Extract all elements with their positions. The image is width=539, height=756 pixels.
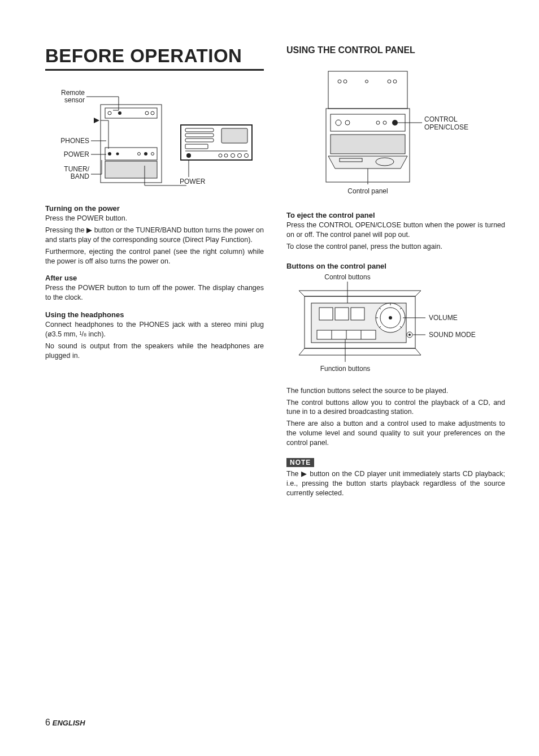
fig-label-power-left: POWER [64, 150, 90, 158]
svg-point-33 [224, 154, 228, 157]
fig-label-control-buttons: Control buttons [324, 273, 370, 281]
svg-point-18 [138, 153, 141, 155]
fig-label-function-buttons: Function buttons [320, 365, 371, 373]
svg-rect-26 [185, 133, 214, 137]
svg-marker-52 [328, 156, 407, 169]
svg-point-67 [389, 316, 392, 319]
heading-after-use: After use [45, 274, 264, 282]
svg-point-42 [388, 80, 391, 83]
text-eject-1: Press the CONTROL OPEN/CLOSE button when… [286, 221, 505, 240]
figure-front-panel: Remotesensor PHONES POWER TUNER/BAND [45, 87, 264, 196]
fig-label-control-open-close: CONTROLOPEN/CLOSE [424, 115, 468, 131]
text-phones-1: Connect headphones to the PHONES jack wi… [45, 320, 264, 339]
svg-point-17 [116, 153, 119, 155]
svg-point-46 [336, 120, 341, 126]
using-control-panel-title: USING THE CONTROL PANEL [286, 45, 505, 55]
svg-point-34 [231, 154, 235, 158]
text-buttons-3: There are also a button and a control us… [286, 419, 505, 448]
svg-rect-63 [335, 308, 349, 320]
svg-marker-60 [299, 348, 421, 355]
svg-point-16 [108, 152, 111, 155]
fig-label-power-right: POWER [180, 178, 206, 185]
note-text: The ▶ button on the CD player unit immed… [286, 469, 505, 498]
svg-point-43 [393, 80, 397, 83]
svg-point-49 [383, 121, 386, 124]
svg-rect-64 [351, 308, 364, 320]
text-after-use: Press the POWER button to turn off the p… [45, 283, 264, 303]
text-power-3: Furthermore, ejecting the control panel … [45, 247, 264, 266]
heading-headphones: Using the headphones [45, 310, 264, 319]
fig-label-remote-sensor: Remotesensor [61, 89, 85, 104]
before-operation-title: BEFORE OPERATION [45, 45, 264, 71]
heading-eject-control-panel: To eject the control panel [286, 211, 505, 219]
fig-label-control-panel: Control panel [347, 187, 388, 195]
svg-point-20 [151, 153, 154, 155]
columns: BEFORE OPERATION Remotesensor PHONES POW… [45, 45, 505, 500]
svg-rect-25 [185, 128, 214, 132]
text-power-1: Press the POWER button. [45, 214, 264, 223]
svg-point-41 [365, 80, 368, 83]
svg-point-50 [392, 120, 398, 126]
note-label: NOTE [286, 458, 314, 467]
page-language: ENGLISH [53, 719, 85, 727]
figure-control-panel: CONTROLOPEN/CLOSE Control panel [286, 68, 505, 203]
right-column: USING THE CONTROL PANEL [286, 45, 505, 500]
page: BEFORE OPERATION Remotesensor PHONES POW… [0, 0, 539, 756]
svg-point-11 [108, 111, 111, 115]
svg-point-19 [144, 152, 147, 155]
svg-point-40 [344, 80, 347, 83]
text-phones-2: No sound is output from the speakers whi… [45, 342, 264, 361]
svg-rect-38 [328, 71, 407, 109]
text-buttons-1: The function buttons select the source t… [286, 386, 505, 396]
page-number: 6 [45, 718, 50, 727]
text-buttons-2: The control buttons allow you to control… [286, 398, 505, 417]
fig-label-phones: PHONES [60, 137, 89, 145]
svg-rect-10 [105, 108, 157, 118]
svg-marker-58 [299, 291, 421, 296]
page-footer: 6 ENGLISH [45, 718, 85, 728]
svg-point-48 [376, 121, 380, 124]
svg-point-35 [238, 154, 242, 158]
svg-rect-51 [331, 135, 405, 154]
fig-label-sound-mode: SOUND MODE [429, 331, 476, 339]
svg-point-36 [245, 154, 249, 158]
svg-point-31 [186, 153, 191, 158]
figure-control-panel-buttons: Control buttons [286, 271, 505, 378]
left-column: BEFORE OPERATION Remotesensor PHONES POW… [45, 45, 264, 500]
svg-rect-62 [319, 308, 333, 320]
svg-rect-27 [185, 139, 214, 142]
svg-rect-29 [185, 144, 208, 149]
svg-point-12 [118, 111, 121, 115]
text-power-2: Pressing the ▶ button or the TUNER/BAND … [45, 226, 264, 245]
svg-rect-28 [221, 128, 247, 143]
text-eject-2: To close the control panel, press the bu… [286, 242, 505, 252]
fig-label-tuner-band: TUNER/BAND [64, 165, 89, 180]
svg-point-47 [345, 120, 350, 125]
fig-label-volume: VOLUME [429, 314, 458, 322]
svg-point-13 [145, 111, 149, 115]
svg-point-39 [338, 80, 341, 83]
svg-point-14 [151, 111, 154, 115]
svg-point-32 [219, 154, 222, 157]
svg-point-80 [408, 334, 411, 336]
play-icon [94, 118, 99, 123]
heading-buttons-on-control-panel: Buttons on the control panel [286, 262, 505, 270]
svg-rect-15 [105, 148, 157, 160]
svg-rect-21 [105, 161, 157, 178]
heading-turning-on-power: Turning on the power [45, 204, 264, 213]
